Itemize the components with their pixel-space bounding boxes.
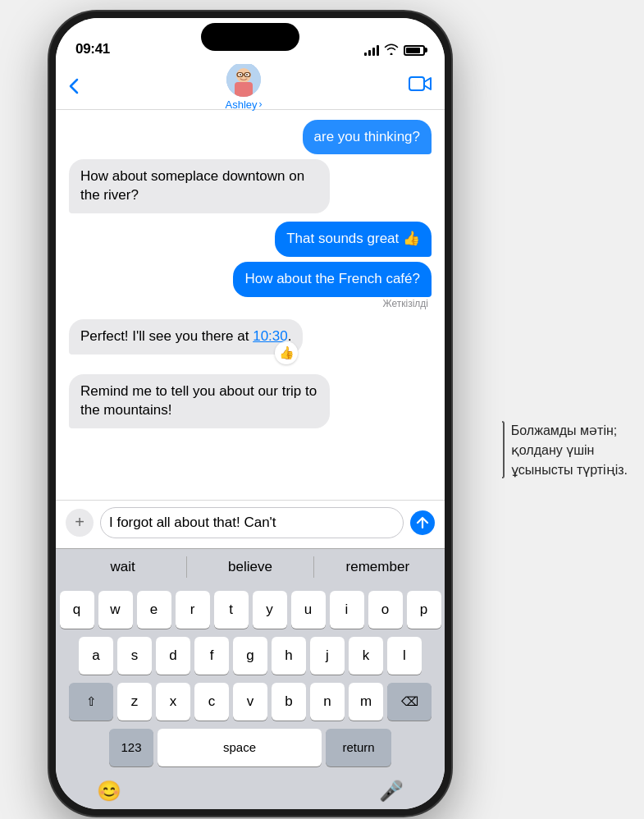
message-input-container xyxy=(100,507,404,538)
key-d[interactable]: d xyxy=(156,637,190,675)
predictive-text-bar: wait believe remember xyxy=(56,548,445,586)
table-row: Perfect! I'll see you there at 10:30. 👍 xyxy=(69,319,432,355)
reaction-badge: 👍 xyxy=(275,341,298,364)
keyboard-row-1: q w e r t y u i o p xyxy=(59,591,441,629)
contact-info[interactable]: Ashley › xyxy=(225,62,262,111)
key-o[interactable]: o xyxy=(368,591,403,629)
predictive-word-2[interactable]: believe xyxy=(186,554,313,580)
message-bubble-received: Remind me to tell you about our trip to … xyxy=(69,374,330,428)
key-s[interactable]: s xyxy=(117,637,152,675)
key-h[interactable]: h xyxy=(272,637,306,675)
wifi-icon xyxy=(384,43,399,57)
annotation: Болжамды мәтін;қолдану үшінұсынысты түрт… xyxy=(502,421,628,480)
add-attachment-button[interactable]: + xyxy=(66,509,94,537)
contact-name: Ashley › xyxy=(225,98,262,111)
input-area: + xyxy=(56,500,445,548)
keyboard-row-4: 123 space return xyxy=(59,729,441,766)
key-p[interactable]: p xyxy=(407,591,441,629)
status-icons xyxy=(364,43,425,57)
table-row: are you thinking? xyxy=(69,120,432,155)
table-row: How about someplace downtown on the rive… xyxy=(69,159,432,213)
microphone-icon[interactable]: 🎤 xyxy=(379,780,404,803)
predictive-word-1[interactable]: wait xyxy=(59,554,186,580)
battery-icon xyxy=(404,45,425,56)
key-m[interactable]: m xyxy=(349,683,383,721)
table-row: That sounds great 👍 xyxy=(69,222,432,257)
svg-rect-10 xyxy=(409,77,424,90)
key-y[interactable]: y xyxy=(253,591,287,629)
keyboard-row-3: ⇧ z x c v b n m ⌫ xyxy=(59,683,441,721)
video-call-button[interactable] xyxy=(409,75,432,98)
key-e[interactable]: e xyxy=(137,591,171,629)
key-i[interactable]: i xyxy=(330,591,364,629)
numbers-key[interactable]: 123 xyxy=(109,729,153,766)
key-l[interactable]: l xyxy=(387,637,422,675)
return-key[interactable]: return xyxy=(326,729,391,766)
send-button[interactable] xyxy=(410,510,435,535)
key-u[interactable]: u xyxy=(291,591,326,629)
message-with-status: How about the French café? Жеткізілді xyxy=(69,262,432,309)
status-time: 09:41 xyxy=(75,41,110,57)
svg-point-1 xyxy=(236,68,251,83)
dynamic-island xyxy=(201,23,299,51)
keyboard: q w e r t y u i o p a s d f g xyxy=(56,586,445,773)
key-n[interactable]: n xyxy=(310,683,345,721)
messages-area: are you thinking? How about someplace do… xyxy=(56,110,445,500)
key-t[interactable]: t xyxy=(214,591,249,629)
message-bubble-sent: That sounds great 👍 xyxy=(275,222,432,257)
key-g[interactable]: g xyxy=(233,637,267,675)
delete-key[interactable]: ⌫ xyxy=(387,683,432,721)
key-v[interactable]: v xyxy=(233,683,267,721)
delivered-status: Жеткізілді xyxy=(383,298,428,309)
keyboard-row-2: a s d f g h j k l xyxy=(59,637,441,675)
svg-rect-6 xyxy=(235,82,253,97)
message-input[interactable] xyxy=(109,515,395,531)
key-w[interactable]: w xyxy=(98,591,133,629)
bottom-bar: 😊 🎤 xyxy=(56,773,445,809)
key-q[interactable]: q xyxy=(60,591,94,629)
predictive-word-3[interactable]: remember xyxy=(314,554,441,580)
key-a[interactable]: a xyxy=(79,637,113,675)
table-row: Remind me to tell you about our trip to … xyxy=(69,374,432,428)
key-z[interactable]: z xyxy=(117,683,152,721)
message-bubble-sent: How about the French café? xyxy=(233,262,432,297)
svg-point-4 xyxy=(240,74,241,75)
shift-key[interactable]: ⇧ xyxy=(69,683,113,721)
key-j[interactable]: j xyxy=(310,637,345,675)
key-f[interactable]: f xyxy=(194,637,229,675)
key-c[interactable]: c xyxy=(194,683,229,721)
avatar xyxy=(226,62,261,97)
message-bubble-received: How about someplace downtown on the rive… xyxy=(69,159,330,213)
nav-bar: Ashley › xyxy=(56,64,445,110)
signal-icon xyxy=(364,44,379,56)
key-b[interactable]: b xyxy=(272,683,306,721)
message-bubble-received: Perfect! I'll see you there at 10:30. 👍 xyxy=(69,319,303,355)
annotation-bracket xyxy=(502,421,505,478)
annotation-text: Болжамды мәтін;қолдану үшінұсынысты түрт… xyxy=(511,421,628,480)
space-key[interactable]: space xyxy=(158,729,322,766)
message-bubble-sent: are you thinking? xyxy=(303,120,432,155)
back-button[interactable] xyxy=(69,78,79,94)
svg-point-5 xyxy=(246,74,248,75)
key-r[interactable]: r xyxy=(176,591,210,629)
key-k[interactable]: k xyxy=(349,637,383,675)
emoji-icon[interactable]: 😊 xyxy=(97,780,121,803)
key-x[interactable]: x xyxy=(156,683,190,721)
